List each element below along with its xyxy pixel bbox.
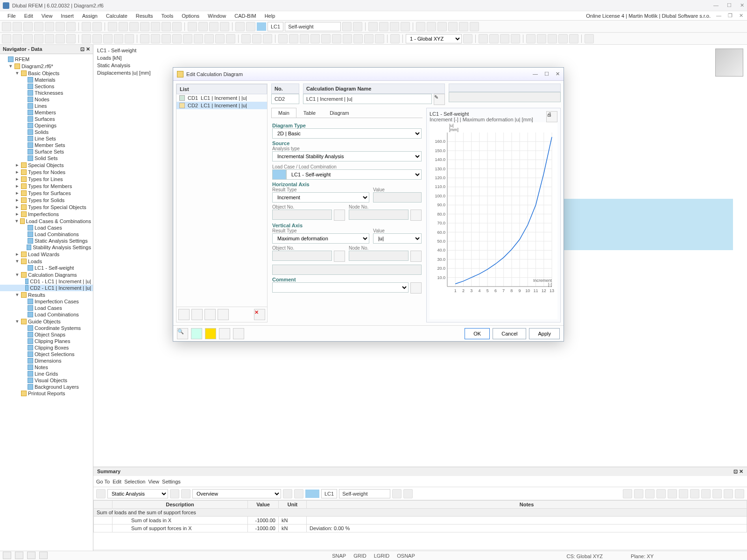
tb2-w[interactable] (252, 34, 261, 43)
app-minimize-icon[interactable]: — (716, 13, 721, 19)
apply-button[interactable]: Apply (529, 328, 560, 339)
tb2-ab[interactable] (310, 34, 320, 43)
tb2-b[interactable] (13, 34, 22, 43)
tb-v6[interactable] (162, 22, 171, 31)
list-check-button[interactable] (204, 309, 216, 320)
tree-item[interactable]: Coordinate Systems (0, 325, 93, 331)
tb2-an[interactable] (511, 34, 520, 43)
tree-item[interactable]: CD2 - LC1 | Increment | |u| (0, 285, 93, 291)
tree-item[interactable]: Line Grids (0, 371, 93, 377)
tb2-ae[interactable] (343, 34, 352, 43)
list-uncheck-button[interactable] (218, 309, 229, 320)
tree-item[interactable]: ▸Types for Nodes (0, 168, 93, 175)
menu-window[interactable]: Window (204, 12, 230, 20)
tb2-j[interactable] (103, 34, 113, 43)
menu-options[interactable]: Options (178, 12, 203, 20)
tb-r8[interactable] (448, 22, 458, 31)
tb2-ai[interactable] (390, 34, 400, 43)
tb-v2[interactable] (119, 22, 128, 31)
tree-item[interactable]: Openings (0, 122, 93, 129)
tree-item[interactable]: Line Sets (0, 135, 93, 142)
tree-item[interactable]: ▸Types for Special Objects (0, 203, 93, 210)
tb2-z[interactable] (289, 34, 298, 43)
tb2-o[interactable] (162, 34, 171, 43)
nav-pin-icon[interactable]: ⊡ (80, 46, 85, 52)
tree-item[interactable]: Printout Reports (0, 390, 93, 397)
tab-main[interactable]: Main (271, 108, 296, 118)
tree-item[interactable]: Surface Sets (0, 148, 93, 155)
tb-nav-next[interactable] (353, 22, 362, 31)
tree-item[interactable]: Stability Analysis Settings (0, 244, 93, 251)
app-close-icon[interactable]: ✕ (739, 13, 743, 19)
tb2-ao[interactable] (526, 34, 536, 43)
tree-item[interactable]: ▸Types for Members (0, 182, 93, 189)
tb2-ap[interactable] (537, 34, 546, 43)
v-node-pick[interactable] (410, 251, 422, 262)
tb2-i[interactable] (92, 34, 102, 43)
tb-new[interactable] (2, 22, 11, 31)
h-node-pick[interactable] (410, 210, 422, 221)
sum-t9[interactable] (712, 489, 722, 498)
sum-prev3[interactable] (392, 489, 402, 498)
table-row[interactable]: Sum of loads in X -1000.00 kN (94, 517, 747, 525)
tree-item[interactable]: ▾Load Cases & Combinations (0, 217, 93, 224)
menu-view[interactable]: View (38, 12, 56, 20)
tb-v4[interactable] (140, 22, 149, 31)
tree-item[interactable]: ▸Imperfections (0, 210, 93, 217)
tb2-m[interactable] (140, 34, 149, 43)
tb-saveall[interactable] (34, 22, 43, 31)
tb-print[interactable] (45, 22, 54, 31)
tb-open[interactable] (13, 22, 22, 31)
tb2-ah[interactable] (375, 34, 384, 43)
sum-sel-analysis[interactable]: Static Analysis (107, 489, 168, 498)
tree-item[interactable]: Load Combinations (0, 311, 93, 318)
tb2-d[interactable] (34, 34, 43, 43)
tb2-y[interactable] (278, 34, 288, 43)
tb2-t[interactable] (215, 34, 225, 43)
tb2-aq[interactable] (548, 34, 557, 43)
tb-r10[interactable] (470, 22, 479, 31)
tb-lc-name[interactable]: Self-weight (285, 22, 341, 31)
status-grid[interactable]: GRID (353, 553, 366, 559)
sum-t2[interactable] (634, 489, 643, 498)
tb-undo[interactable] (82, 22, 91, 31)
tree-item[interactable]: ▾Results (0, 291, 93, 298)
nav-close-icon[interactable]: ✕ (86, 46, 90, 52)
tb-save[interactable] (23, 22, 33, 31)
tb2-h[interactable] (82, 34, 91, 43)
sum-menu-edit[interactable]: Edit (113, 479, 121, 484)
sb-ic3[interactable] (27, 552, 35, 559)
tree-item[interactable]: Clipping Planes (0, 338, 93, 344)
tb-win1[interactable] (188, 22, 197, 31)
tb2-a[interactable] (2, 34, 11, 43)
tb2-ak[interactable] (479, 34, 488, 43)
name-field[interactable]: LC1 | Increment | |u| (303, 94, 432, 104)
tb2-u[interactable] (226, 34, 235, 43)
sb-ic2[interactable] (15, 552, 23, 559)
tree-item[interactable]: Visual Objects (0, 377, 93, 384)
tb2-p[interactable] (172, 34, 182, 43)
sum-t11[interactable] (735, 489, 744, 498)
tree-item[interactable]: ▸Special Objects (0, 161, 93, 168)
sum-menu-selection[interactable]: Selection (124, 479, 145, 484)
dlg-tool-color[interactable] (205, 328, 216, 339)
tree-item[interactable]: Load Cases (0, 224, 93, 231)
tree-item[interactable]: Solids (0, 129, 93, 135)
tree-item[interactable]: ▾Loads (0, 258, 93, 265)
tree-item[interactable]: Member Sets (0, 142, 93, 148)
name-edit-button[interactable]: ✎ (434, 94, 445, 105)
tb-doc[interactable] (66, 22, 76, 31)
tb-v5[interactable] (151, 22, 160, 31)
status-snap[interactable]: SNAP (332, 553, 346, 559)
tb2-l[interactable] (125, 34, 134, 43)
sum-next1[interactable] (181, 489, 190, 498)
sum-t7[interactable] (690, 489, 699, 498)
tree-item[interactable]: Thicknesses (0, 90, 93, 96)
tree-item[interactable]: ▸Types for Lines (0, 175, 93, 182)
menu-results[interactable]: Results (132, 12, 157, 20)
tree-item[interactable]: LC1 - Self-weight (0, 265, 93, 271)
sum-t5[interactable] (668, 489, 677, 498)
tb-v7[interactable] (172, 22, 182, 31)
nav-tree[interactable]: RFEM▾Diagram2.rf6*▾Basic ObjectsMaterial… (0, 54, 93, 551)
tb2-q[interactable] (183, 34, 192, 43)
